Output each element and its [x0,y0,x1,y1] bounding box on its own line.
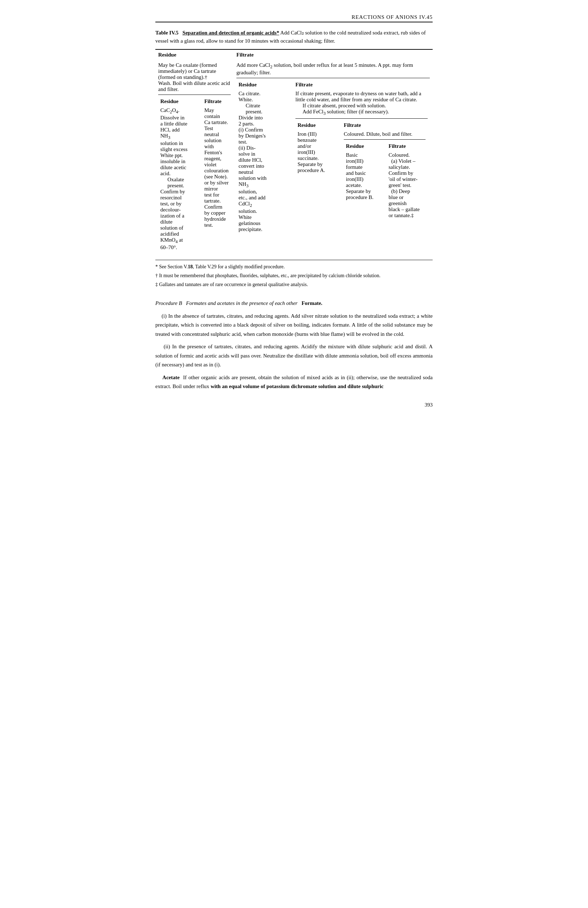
citrate-filtrate-cell: If citrate present, evaporate to dryness… [293,89,430,234]
deepest-filtrate-cell: Coloured. (a) Violet – salicylate. Confi… [387,151,425,220]
deepest-filtrate-header: Filtrate [387,142,425,151]
inner-table: Residue Filtrate Ca citrate.White. Citra… [237,80,430,234]
residue-header: Residue [155,49,234,60]
filtrate-top-cell: Add more CaCl2 solution, boil under refl… [234,60,433,254]
deepest-residue-header: Residue [344,142,387,151]
footnote-3: ‡ Gallates and tannates are of rare occu… [155,281,433,288]
procedure-b-intro: Procedure B Formates and acetates in the… [155,299,433,308]
table-title: Table IV.5 Separation and detection of o… [155,29,433,45]
footnotes: * See Section V.18, Table V.29 for a sli… [155,260,433,288]
footnote-1: * See Section V.18, Table V.29 for a sli… [155,263,433,270]
table-number: Table IV.5 [155,30,179,35]
page-header: REACTIONS OF ANIONS IV.45 [155,14,433,23]
sub-residue-content: CaC2O4. Dissolve ina little diluteHCl, a… [158,106,202,252]
top-row: May be Ca oxalate (formed immediately) o… [155,60,433,254]
procedure-b-para2: (ii) In the presence of tartrates, citra… [155,342,433,370]
filtrate-top-text: Add more CaCl2 solution, boil under refl… [237,62,430,76]
filtrate-header: Filtrate [234,49,433,60]
deep-residue-header: Residue [295,121,342,130]
deepest-table: Residue Filtrate Basiciron(III)formatean… [344,142,425,220]
deep-filtrate-header: Filtrate [342,121,428,130]
iron-filtrate-cell: Coloured. Dilute, boil and filter. Resid… [342,130,428,221]
procedure-section: Procedure B Formates and acetates in the… [155,299,433,391]
header-text: REACTIONS OF ANIONS IV.45 [351,14,433,20]
iron-residue-cell: Iron (III)benzoateand/oriron(III)succina… [295,130,342,221]
procedure-b-title: Procedure B Formates and acetates in the… [155,300,298,306]
procedure-b-formate-label: Formate. [301,300,322,306]
sub-table-left: Residue Filtrate CaC2O4. Dissolve ina li… [158,97,231,252]
residue-top-text: May be Ca oxalate (formed immediately) o… [158,62,231,92]
acetate-label: Acetate [163,375,179,380]
inner-residue-header: Residue [237,80,293,89]
main-table: Residue Filtrate May be Ca oxalate (form… [155,49,433,254]
footnote-2: † It must be remembered that phosphates,… [155,272,433,279]
residue-top-cell: May be Ca oxalate (formed immediately) o… [155,60,234,254]
procedure-b-para1: (i) In the absence of tartrates, citrate… [155,312,433,339]
deepest-residue-cell: Basiciron(III)formateand basiciron(III)a… [344,151,387,220]
sub-residue-header: Residue [158,97,202,106]
citrate-residue-cell: Ca citrate.White. Citrate present. Divid… [237,89,293,234]
sub-filtrate-content: May containCa tartrate.Test neutralsolut… [202,106,231,252]
page-number: 393 [155,402,433,408]
inner-filtrate-header: Filtrate [293,80,430,89]
page-number-text: 393 [425,402,433,407]
sub-filtrate-header: Filtrate [202,97,231,106]
deep-table: Residue Filtrate Iron (III)benzoateand/o… [295,121,428,221]
table-underline-title: Separation and detection of organic acid… [182,30,279,35]
acetate-paragraph: Acetate If other organic acids are prese… [155,373,433,391]
